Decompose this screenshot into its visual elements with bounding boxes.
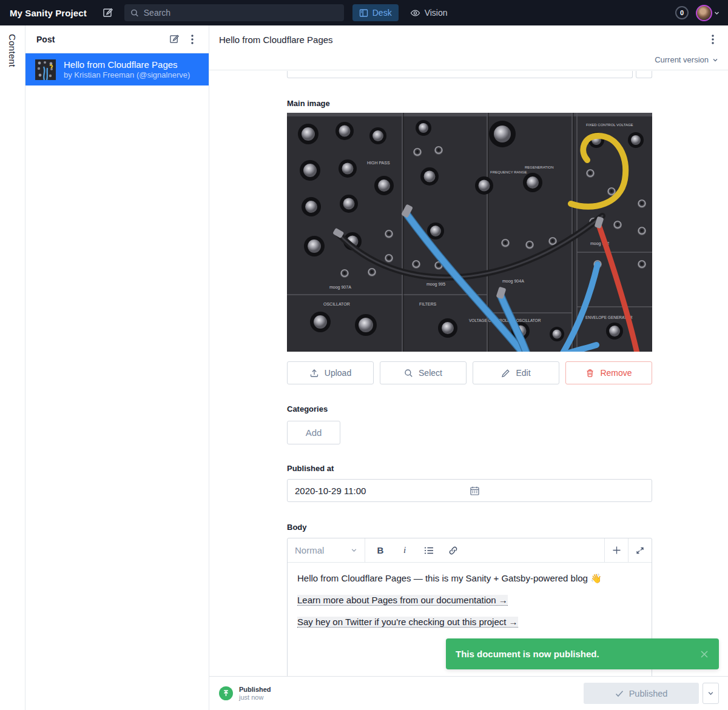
notifications-badge[interactable]: 0 (675, 6, 689, 19)
svg-text:FREQUENCY RANGE: FREQUENCY RANGE (490, 170, 527, 174)
svg-text:moog 907A: moog 907A (329, 285, 351, 290)
upload-label: Upload (325, 368, 351, 378)
avatar (696, 5, 712, 21)
remove-button[interactable]: Remove (565, 361, 652, 384)
publish-status-title: Published (239, 686, 271, 693)
published-at-value: 2020-10-29 11:00 (295, 486, 470, 496)
publish-menu-chevron[interactable] (703, 683, 719, 704)
list-item-subtitle: by Kristian Freeman (@signalnerve) (64, 70, 190, 80)
version-label: Current version (655, 55, 709, 64)
body-text-area[interactable]: Hello from Cloudflare Pages — this is my… (288, 563, 652, 646)
tab-vision[interactable]: Vision (403, 4, 454, 21)
check-icon (615, 690, 624, 697)
user-menu[interactable] (696, 5, 720, 21)
pencil-icon (501, 369, 510, 378)
svg-text:FILTERS: FILTERS (419, 302, 437, 306)
trash-icon (585, 369, 595, 378)
compose-icon[interactable] (100, 5, 116, 21)
upload-button[interactable]: Upload (287, 361, 374, 384)
docs-link[interactable]: Learn more about Pages from our document… (297, 595, 508, 606)
document-pane: Hello from Cloudflare Pages Current vers… (209, 25, 728, 710)
upload-icon (309, 368, 319, 378)
document-footer: Published just now Published (209, 676, 728, 710)
main-image-label: Main image (287, 99, 652, 108)
post-list-pane: Post Hello from Cloudflare Pages by Kris… (25, 25, 209, 710)
publish-status-time: just now (239, 694, 271, 701)
success-toast: This document is now published. (446, 638, 719, 669)
version-selector[interactable]: Current version (655, 55, 718, 64)
pane-menu-icon[interactable] (183, 30, 201, 49)
svg-text:moog 904A: moog 904A (502, 279, 524, 284)
published-at-label: Published at (287, 464, 652, 473)
svg-text:FIXED CONTROL VOLTAGE: FIXED CONTROL VOLTAGE (586, 123, 633, 127)
slug-field-cutoff[interactable] (287, 71, 652, 78)
edit-button[interactable]: Edit (473, 361, 559, 384)
edit-label: Edit (516, 368, 530, 378)
svg-text:HIGH PASS: HIGH PASS (367, 161, 390, 165)
chevron-down-icon (712, 57, 718, 63)
bold-button[interactable]: B (371, 541, 389, 560)
search-input[interactable] (144, 8, 338, 18)
remove-label: Remove (600, 368, 632, 378)
chevron-down-icon (351, 547, 357, 554)
select-label: Select (419, 368, 442, 378)
search-icon (404, 369, 413, 378)
main-image-preview[interactable]: HIGH PASS moog 907A moog 995 moog 904A m… (287, 113, 652, 352)
link-icon[interactable] (444, 541, 462, 560)
tab-vision-label: Vision (425, 8, 448, 18)
search-icon (130, 8, 139, 18)
close-icon[interactable] (699, 649, 709, 659)
italic-button[interactable]: i (396, 541, 414, 560)
image-actions: Upload Select Edit Remove (287, 361, 652, 384)
svg-text:OSCILLATOR: OSCILLATOR (323, 302, 350, 306)
svg-text:moog 995: moog 995 (426, 282, 445, 287)
document-header: Hello from Cloudflare Pages Current vers… (209, 25, 728, 70)
eye-icon (410, 8, 420, 18)
insert-plus-icon[interactable] (604, 538, 628, 562)
editor-toolbar: Normal B i (288, 538, 652, 563)
content-rail-tab[interactable]: Content (0, 25, 25, 710)
add-category-button[interactable]: Add (287, 421, 340, 444)
publish-button[interactable]: Published (584, 683, 699, 704)
top-navbar: My Sanity Project Desk Vision 0 (0, 0, 728, 25)
document-menu-icon[interactable] (704, 30, 722, 49)
list-item-title: Hello from Cloudflare Pages (64, 59, 190, 70)
select-button[interactable]: Select (380, 361, 467, 384)
new-document-icon[interactable] (165, 30, 183, 49)
svg-text:REGENERATION: REGENERATION (525, 166, 554, 169)
desk-icon (359, 8, 368, 18)
publish-button-label: Published (629, 689, 668, 698)
chevron-down-icon (707, 690, 714, 697)
categories-label: Categories (287, 404, 652, 414)
text-style-select[interactable]: Normal (288, 538, 365, 562)
publish-status: Published just now (239, 686, 271, 701)
toast-message: This document is now published. (456, 649, 699, 659)
search-box[interactable] (124, 4, 344, 21)
pane-title: Post (36, 35, 165, 44)
fullscreen-icon[interactable] (628, 538, 652, 562)
body-paragraph: Hello from Cloudflare Pages — this is my… (297, 572, 642, 584)
sanity-studio: My Sanity Project Desk Vision 0 Content (0, 0, 728, 710)
tab-desk[interactable]: Desk (352, 4, 399, 21)
published-at-input[interactable]: 2020-10-29 11:00 (287, 479, 652, 502)
content-rail-label: Content (7, 34, 18, 710)
list-item-post[interactable]: Hello from Cloudflare Pages by Kristian … (25, 53, 209, 85)
twitter-link[interactable]: Say hey on Twitter if you're checking ou… (297, 617, 518, 628)
document-title: Hello from Cloudflare Pages (219, 35, 704, 45)
tab-desk-label: Desk (372, 8, 392, 18)
document-form: Main image (209, 70, 728, 676)
calendar-icon[interactable] (470, 486, 644, 496)
project-title: My Sanity Project (10, 8, 87, 18)
bullet-list-icon[interactable] (420, 541, 438, 560)
svg-text:VOLTAGE CONTROLLED OSCILLATOR: VOLTAGE CONTROLLED OSCILLATOR (469, 318, 541, 323)
post-pane-header: Post (25, 25, 209, 53)
publish-status-icon (219, 686, 233, 700)
text-style-value: Normal (295, 545, 347, 555)
post-thumbnail (35, 59, 56, 80)
chevron-down-icon (714, 10, 720, 16)
body-label: Body (287, 523, 652, 532)
